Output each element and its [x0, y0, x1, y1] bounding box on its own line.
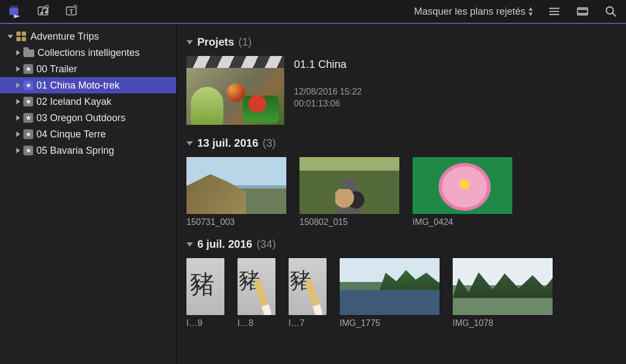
clip-item[interactable]: IMG_0424 [412, 157, 512, 227]
project-duration: 00:01:13:06 [294, 99, 362, 109]
folder-icon [23, 49, 34, 57]
sidebar-item-label: 04 Cinque Terre [36, 129, 106, 140]
section-header-day2[interactable]: 6 juil. 2016 (34) [186, 238, 616, 250]
clip-thumbnail[interactable] [186, 157, 286, 214]
clip-browser: Projets (1) 01.1 China 12/08/2016 15:22 … [177, 24, 626, 364]
clip-thumbnail[interactable] [340, 258, 440, 315]
project-poster [186, 68, 284, 125]
svg-line-24 [612, 13, 616, 17]
toolbar: T Masquer les plans rejetés ▴▾ [0, 0, 626, 24]
filmstrip-view-icon[interactable] [573, 3, 592, 20]
list-view-icon[interactable] [544, 3, 564, 20]
search-icon[interactable] [601, 3, 621, 20]
clip-item[interactable]: IMG_1078 [453, 258, 553, 328]
project-card[interactable]: 01.1 China 12/08/2016 15:22 00:01:13:06 [186, 56, 616, 125]
svg-text:T: T [69, 8, 73, 15]
section-header-day1[interactable]: 13 juil. 2016 (3) [186, 137, 616, 149]
svg-rect-0 [9, 8, 18, 15]
disclosure-triangle-icon[interactable] [8, 35, 13, 39]
clip-label: 150802_015 [299, 217, 399, 227]
clip-item[interactable]: IMG_1775 [340, 258, 440, 328]
event-icon: ★ [23, 129, 33, 139]
clip-thumbnail[interactable] [237, 258, 276, 315]
clip-thumbnail[interactable] [186, 258, 224, 315]
section-header-projects[interactable]: Projets (1) [186, 36, 616, 48]
disclosure-triangle-icon[interactable] [186, 242, 193, 247]
disclosure-triangle-icon[interactable] [16, 83, 20, 88]
svg-marker-1 [14, 15, 18, 18]
clapper-icon [186, 56, 284, 68]
media-browser-clips-icon[interactable] [5, 3, 25, 20]
sidebar-item-label: 03 Oregon Outdoors [36, 112, 126, 124]
clip-label: IMG_0424 [412, 217, 512, 227]
clip-label: I…7 [289, 318, 327, 328]
section-count: (1) [239, 36, 252, 48]
project-thumbnail[interactable] [186, 56, 284, 125]
dropdown-arrows-icon: ▴▾ [529, 6, 533, 17]
disclosure-triangle-icon[interactable] [16, 50, 20, 55]
event-icon: ★ [23, 80, 33, 90]
sidebar-item-label: 05 Bavaria Spring [36, 145, 114, 156]
disclosure-triangle-icon[interactable] [186, 40, 193, 45]
sidebar-item-event[interactable]: ★ 02 Iceland Kayak [0, 93, 176, 110]
clip-label: I…8 [237, 318, 276, 328]
section-count: (34) [256, 238, 276, 250]
clip-item[interactable]: I…7 [289, 258, 327, 328]
clip-thumbnail[interactable] [289, 258, 327, 315]
event-icon: ★ [23, 146, 33, 155]
clip-thumbnail[interactable] [453, 258, 553, 315]
sidebar-item-event[interactable]: ★ 01 China Moto-trek [0, 77, 176, 93]
sidebar-item-label: 02 Iceland Kayak [36, 96, 111, 108]
sidebar-item-event[interactable]: ★ 04 Cinque Terre [0, 126, 176, 142]
project-title: 01.1 China [294, 58, 362, 71]
sidebar-item-event[interactable]: ★ 00 Trailer [0, 61, 176, 77]
sidebar-item-event[interactable]: ★ 05 Bavaria Spring [0, 142, 176, 159]
clip-label: IMG_1775 [340, 318, 440, 328]
sidebar-item-collections[interactable]: Collections intelligentes [0, 45, 176, 61]
disclosure-triangle-icon[interactable] [16, 148, 20, 153]
clip-label: I…9 [186, 318, 224, 328]
music-browser-icon[interactable] [34, 3, 53, 20]
library-row[interactable]: Adventure Trips [0, 28, 176, 45]
clip-filter-label: Masquer les plans rejetés [414, 6, 525, 17]
sidebar-item-label: 01 China Moto-trek [36, 80, 120, 91]
event-icon: ★ [23, 97, 33, 106]
disclosure-triangle-icon[interactable] [186, 141, 193, 146]
clip-item[interactable]: I…9 [186, 258, 224, 328]
clip-label: IMG_1078 [453, 318, 553, 328]
event-icon: ★ [23, 113, 33, 123]
clip-thumbnail[interactable] [299, 157, 399, 214]
section-count: (3) [262, 137, 276, 149]
section-title: 13 juil. 2016 [197, 137, 258, 149]
event-icon: ★ [23, 64, 33, 74]
clip-item[interactable]: 150802_015 [299, 157, 399, 227]
project-meta: 01.1 China 12/08/2016 15:22 00:01:13:06 [294, 56, 362, 125]
section-title: Projets [197, 36, 234, 48]
clip-thumbnail[interactable] [412, 157, 512, 214]
clip-row: 150731_003 150802_015 IMG_0424 [186, 157, 616, 227]
disclosure-triangle-icon[interactable] [16, 66, 20, 72]
titles-browser-icon[interactable]: T [62, 3, 82, 20]
project-date: 12/08/2016 15:22 [294, 87, 362, 97]
disclosure-triangle-icon[interactable] [16, 131, 20, 137]
disclosure-triangle-icon[interactable] [16, 115, 20, 121]
clip-item[interactable]: I…8 [237, 258, 276, 328]
library-icon [16, 32, 27, 41]
clip-filter-dropdown[interactable]: Masquer les plans rejetés ▴▾ [411, 6, 536, 17]
svg-point-23 [606, 7, 614, 14]
sidebar: Adventure Trips Collections intelligente… [0, 24, 177, 364]
clip-item[interactable]: 150731_003 [186, 157, 286, 227]
section-title: 6 juil. 2016 [197, 238, 252, 250]
clip-label: 150731_003 [186, 217, 286, 227]
sidebar-item-label: Collections intelligentes [37, 47, 140, 59]
sidebar-item-event[interactable]: ★ 03 Oregon Outdoors [0, 110, 176, 126]
disclosure-triangle-icon[interactable] [16, 99, 20, 104]
clip-row: I…9 I…8 I…7 IMG_1775 IMG_1078 [186, 258, 616, 328]
library-label: Adventure Trips [30, 31, 99, 42]
sidebar-item-label: 00 Trailer [36, 64, 77, 75]
